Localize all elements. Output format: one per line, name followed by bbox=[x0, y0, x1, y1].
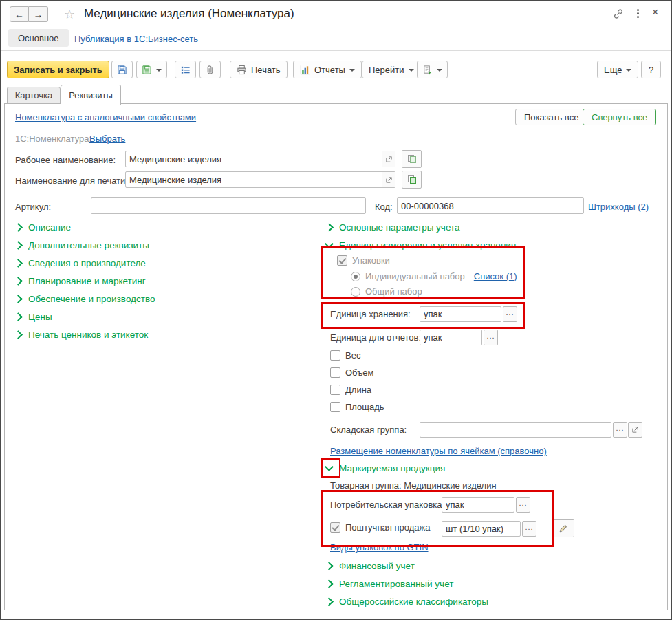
common-set-label: Общий набор bbox=[365, 286, 422, 297]
goto-label: Перейти bbox=[369, 65, 404, 75]
show-all-button[interactable]: Показать все bbox=[515, 109, 587, 125]
section-label: Описание bbox=[28, 222, 71, 233]
report-unit-input[interactable]: упак bbox=[420, 330, 482, 345]
favorite-star-glyph: ☆ bbox=[64, 8, 75, 21]
tab-details[interactable]: Реквизиты bbox=[61, 85, 121, 105]
chevron-down-icon bbox=[325, 239, 334, 248]
article-input[interactable] bbox=[91, 197, 366, 214]
section-regulated-accounting[interactable]: Регламентированный учет bbox=[326, 577, 453, 590]
favorite-star-icon[interactable]: ☆ bbox=[64, 7, 75, 22]
ellipsis-icon: ... bbox=[486, 332, 495, 340]
save-variants-button[interactable] bbox=[136, 61, 167, 78]
individual-set-radio[interactable] bbox=[351, 272, 360, 281]
help-button[interactable]: ? bbox=[641, 61, 661, 78]
report-unit-select-button[interactable]: ... bbox=[484, 330, 498, 345]
print-button[interactable]: Печать bbox=[230, 61, 288, 78]
weight-checkbox[interactable] bbox=[330, 350, 340, 361]
working-name-open-button[interactable] bbox=[382, 151, 395, 167]
section-manufacturer-info[interactable]: Сведения о производителе bbox=[15, 256, 146, 270]
gtin-packages-link[interactable]: Виды упаковок по GTIN bbox=[330, 542, 429, 553]
barcodes-link[interactable]: Штрихкоды (2) bbox=[588, 202, 649, 212]
storage-unit-input[interactable]: упак bbox=[420, 306, 501, 322]
chevron-right-icon bbox=[14, 295, 23, 303]
section-planning-marketing[interactable]: Планирование и маркетинг bbox=[15, 274, 146, 288]
warehouse-group-input[interactable] bbox=[420, 422, 611, 438]
consumer-package-value: упак bbox=[446, 500, 514, 510]
section-supply-production[interactable]: Обеспечение и производство bbox=[15, 292, 155, 306]
reports-button[interactable]: Отчеты bbox=[293, 61, 362, 78]
section-all-russian-classifiers[interactable]: Общероссийские классификаторы bbox=[326, 595, 488, 608]
piece-sale-select-button[interactable]: ... bbox=[522, 521, 536, 537]
consumer-package-input[interactable]: упак bbox=[442, 497, 514, 513]
print-name-action-button[interactable] bbox=[402, 171, 422, 189]
section-prices[interactable]: Цены bbox=[15, 310, 52, 323]
section-description[interactable]: Описание bbox=[15, 220, 71, 234]
piece-sale-unit-input[interactable]: шт (1/10 упак) bbox=[442, 521, 521, 537]
volume-row: Объем bbox=[330, 367, 373, 378]
working-name-input[interactable]: Медицинские изделия bbox=[125, 151, 395, 167]
consumer-package-select-button[interactable]: ... bbox=[516, 497, 530, 513]
section-label: Основные параметры учета bbox=[339, 222, 460, 233]
chevron-right-icon bbox=[14, 223, 23, 232]
length-checkbox[interactable] bbox=[330, 385, 340, 395]
reports-label: Отчеты bbox=[314, 65, 345, 75]
piece-sale-row: Поштучная продажа bbox=[330, 522, 430, 533]
volume-checkbox[interactable] bbox=[330, 367, 340, 378]
section-label: Сведения о производителе bbox=[28, 258, 146, 268]
tab-card[interactable]: Карточка bbox=[7, 87, 61, 104]
print-name-open-button[interactable] bbox=[382, 172, 395, 187]
packages-row: Упаковки bbox=[337, 255, 390, 266]
save-button[interactable] bbox=[111, 61, 133, 78]
warehouse-group-label: Складская группа: bbox=[330, 425, 407, 435]
chevron-right-icon bbox=[325, 597, 334, 606]
warehouse-group-open-button[interactable] bbox=[628, 422, 642, 438]
piece-sale-edit-button[interactable] bbox=[552, 519, 574, 537]
get-link-icon[interactable] bbox=[613, 8, 624, 21]
section-marked-production[interactable]: Маркируемая продукция bbox=[326, 461, 445, 475]
section-financial-accounting[interactable]: Финансовый учет bbox=[326, 559, 415, 573]
goto-button[interactable]: Перейти bbox=[362, 61, 421, 78]
packages-list-link[interactable]: Список (1) bbox=[474, 271, 517, 281]
open-arrow-icon bbox=[385, 156, 393, 163]
section-accounting-params[interactable]: Основные параметры учета bbox=[326, 220, 460, 234]
volume-label: Объем bbox=[345, 367, 373, 378]
publication-link[interactable]: Публикация в 1С:Бизнес-сеть bbox=[74, 34, 198, 44]
section-price-tags-labels[interactable]: Печать ценников и этикеток bbox=[15, 328, 148, 341]
close-button[interactable]: × bbox=[652, 6, 658, 19]
save-close-button[interactable]: Записать и закрыть bbox=[7, 61, 109, 78]
dropdown-caret-icon bbox=[626, 69, 631, 72]
print-name-input[interactable]: Медицинские изделия bbox=[125, 171, 395, 188]
packages-checkbox[interactable] bbox=[337, 255, 347, 266]
code-input[interactable]: 00-00000368 bbox=[397, 197, 584, 214]
section-label: Печать ценников и этикеток bbox=[28, 330, 148, 340]
create-based-on-button[interactable] bbox=[417, 61, 448, 78]
save-variants-icon bbox=[142, 65, 152, 75]
nav-tab-main[interactable]: Основное bbox=[8, 29, 69, 47]
placement-by-cells-link[interactable]: Размещение номенклатуры по ячейкам (спра… bbox=[330, 446, 547, 456]
more-button[interactable]: Еще bbox=[597, 61, 638, 78]
ellipsis-icon: ... bbox=[525, 524, 533, 531]
piece-sale-checkbox[interactable] bbox=[330, 522, 340, 533]
common-set-row: Общий набор bbox=[351, 286, 422, 297]
section-units-storage[interactable]: Единицы измерения и условия хранения bbox=[326, 238, 516, 252]
section-additional-attributes[interactable]: Дополнительные реквизиты bbox=[15, 238, 149, 252]
section-label: Единицы измерения и условия хранения bbox=[339, 240, 516, 250]
window-menu-button[interactable] bbox=[634, 6, 642, 21]
common-set-radio[interactable] bbox=[351, 287, 360, 297]
forward-icon: → bbox=[34, 9, 43, 20]
storage-unit-value: упак bbox=[424, 309, 501, 319]
working-name-action-button[interactable] bbox=[402, 150, 422, 168]
storage-unit-select-button[interactable]: ... bbox=[503, 306, 517, 322]
similar-properties-link[interactable]: Номенклатура с аналогичными свойствами bbox=[15, 112, 196, 122]
choose-link[interactable]: Выбрать bbox=[89, 133, 125, 144]
back-button[interactable]: ← bbox=[10, 6, 29, 22]
chain-icon bbox=[613, 8, 624, 19]
warehouse-group-select-button[interactable]: ... bbox=[613, 422, 627, 438]
attachments-button[interactable] bbox=[199, 61, 221, 78]
chevron-right-icon bbox=[14, 277, 23, 286]
area-checkbox[interactable] bbox=[330, 402, 340, 412]
nomenclature-window: ← → ☆ Медицинские изделия (Номенклатура)… bbox=[0, 0, 672, 620]
collapse-all-button[interactable]: Свернуть все bbox=[583, 109, 656, 125]
related-list-button[interactable] bbox=[175, 61, 196, 78]
forward-button[interactable]: → bbox=[29, 6, 48, 22]
